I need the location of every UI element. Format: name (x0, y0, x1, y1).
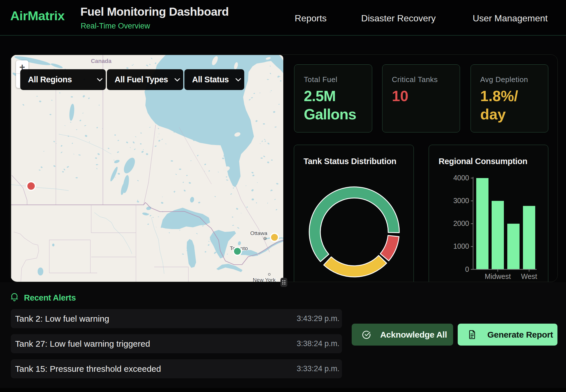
svg-text:0: 0 (465, 265, 469, 273)
svg-text:New York: New York (253, 277, 276, 282)
svg-text:1000: 1000 (453, 242, 469, 250)
svg-text:West: West (521, 272, 537, 280)
svg-text:3000: 3000 (453, 197, 469, 205)
svg-text:2000: 2000 (453, 219, 469, 227)
svg-text:4000: 4000 (453, 174, 469, 182)
svg-text:Midwest: Midwest (485, 272, 511, 280)
svg-text:Canada: Canada (91, 58, 112, 64)
svg-text:Ottawa: Ottawa (250, 230, 268, 236)
